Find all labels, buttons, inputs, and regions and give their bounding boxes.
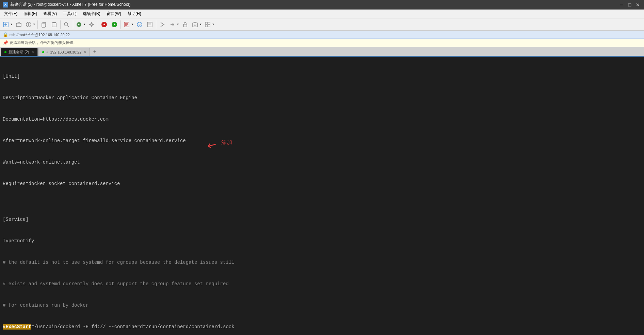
separator (37, 20, 38, 29)
dropdown-arrow[interactable]: ▼ (10, 23, 13, 26)
svg-rect-7 (42, 23, 45, 27)
separator (156, 20, 156, 29)
menu-file[interactable]: 文件(F) (1, 10, 20, 18)
tab-bar: 新建会话 (2) ✕ ● 192.168.140.30:22 ✕ + (0, 47, 644, 57)
tab-status-dot (4, 51, 6, 53)
connect-button[interactable]: ▼ (24, 20, 36, 29)
add-session-text: 要添加当前会话，点击左侧的箭头按钮。 (10, 40, 77, 45)
tab-new-session[interactable]: 新建会话 (2) ✕ (1, 48, 38, 56)
tab-number: ● (46, 50, 48, 54)
svg-rect-26 (205, 22, 207, 24)
tab-add-button[interactable]: + (91, 48, 99, 56)
menu-tabs[interactable]: 选项卡(B) (80, 10, 103, 18)
svg-line-11 (67, 26, 69, 27)
session-bar: 🔒 ssh://root:******@192.168.140.20:22 (0, 31, 644, 39)
terminal-line: # for containers run by docker (3, 302, 641, 309)
svg-point-25 (194, 24, 196, 26)
dropdown-arrow[interactable]: ▼ (83, 23, 86, 26)
svg-text:?: ? (139, 23, 141, 27)
layout-icon (204, 20, 212, 29)
dropdown-arrow[interactable]: ▼ (199, 23, 202, 26)
tab-label: 新建会话 (2) (9, 49, 29, 55)
lock-button[interactable] (180, 20, 190, 29)
svg-rect-3 (16, 23, 21, 27)
separator (60, 20, 61, 29)
new-session-button[interactable]: ▼ (1, 20, 13, 29)
green-button[interactable]: ● (110, 20, 119, 29)
window-title: 新建会话 (2) - root@docker:~/tls - Xshell 7 … (10, 2, 618, 7)
script-icon (123, 20, 131, 29)
menu-help[interactable]: 帮助(H) (125, 10, 144, 18)
window-controls: ─ □ ✕ (618, 1, 641, 8)
tab-label: 192.168.140.30:22 (50, 50, 82, 54)
terminal-line: # the default is not to use systemd for … (3, 259, 641, 266)
add-session-bar: 📌 要添加当前会话，点击左侧的箭头按钮。 (0, 39, 644, 47)
svg-rect-23 (183, 24, 187, 27)
transfer-button[interactable]: ▼ (168, 20, 180, 29)
maximize-button[interactable]: □ (626, 1, 633, 8)
terminal-line: #ExecStart=/usr/bin/dockerd -H fd:// --c… (3, 323, 641, 331)
session-icon: 🔒 (3, 32, 8, 37)
separator (120, 20, 121, 29)
terminal-line: [Service] (3, 216, 641, 223)
capture-button[interactable]: ▼ (191, 20, 203, 29)
tab-close-button[interactable]: ✕ (31, 50, 34, 54)
terminal-line: After=network-online.target firewalld.se… (3, 137, 641, 144)
terminal-line: Wants=network-online.target (3, 159, 641, 166)
new-session-icon (2, 20, 10, 29)
svg-rect-27 (208, 22, 210, 24)
svg-point-10 (64, 22, 68, 26)
menu-view[interactable]: 查看(V) (41, 10, 60, 18)
annotation-label: 添加 (221, 138, 232, 147)
svg-rect-28 (205, 25, 207, 27)
find-button[interactable] (62, 20, 71, 29)
svg-rect-9 (52, 23, 56, 27)
close-button[interactable]: ✕ (634, 1, 641, 8)
terminal-line: Type=notify (3, 238, 641, 245)
script-button[interactable]: ▼ (122, 20, 134, 29)
terminal-line: # exists and systemd currently does not … (3, 280, 641, 288)
terminal-content[interactable]: [Unit] Description=Docker Application Co… (0, 57, 644, 335)
transfer-icon (168, 20, 176, 29)
separator (98, 20, 98, 29)
paste-button[interactable] (49, 20, 59, 29)
menu-bar: 文件(F) 编辑(E) 查看(V) 工具(T) 选项卡(B) 窗口(W) 帮助(… (0, 10, 644, 18)
svg-point-12 (91, 24, 93, 26)
tab-session2[interactable]: ● 192.168.140.30:22 ✕ (38, 48, 90, 56)
app-icon: X (3, 2, 8, 7)
menu-window[interactable]: 窗口(W) (104, 10, 124, 18)
dropdown-arrow[interactable]: ▼ (33, 23, 36, 26)
dropdown-arrow[interactable]: ▼ (212, 23, 215, 26)
compose-button[interactable] (145, 20, 155, 29)
menu-edit[interactable]: 编辑(E) (21, 10, 40, 18)
terminal-line: Documentation=https://docs.docker.com (3, 116, 641, 123)
unit-header: [Unit] (3, 74, 20, 79)
toolbar: ▼ ▼ ● ▼ ● ● ▼ (0, 18, 644, 31)
terminal-line: Description=Docker Application Container… (3, 94, 641, 102)
forward-button[interactable] (158, 20, 167, 29)
tab-close-button[interactable]: ✕ (83, 50, 86, 54)
minimize-button[interactable]: ─ (618, 1, 625, 8)
red-button[interactable]: ● (99, 20, 109, 29)
title-bar: X 新建会话 (2) - root@docker:~/tls - Xshell … (0, 0, 644, 10)
menu-tools[interactable]: 工具(T) (60, 10, 79, 18)
quick-connect-button[interactable]: ● ▼ (75, 20, 86, 29)
help-button[interactable]: ? (135, 20, 144, 29)
open-button[interactable] (14, 20, 23, 29)
highlight-execstart: #ExecStart (3, 324, 31, 330)
layout-button[interactable]: ▼ (203, 20, 215, 29)
svg-rect-24 (193, 23, 197, 27)
tab-status-dot (42, 51, 44, 53)
add-session-icon: 📌 (3, 40, 8, 45)
connect-icon (25, 20, 33, 29)
dropdown-arrow[interactable]: ▼ (131, 23, 134, 26)
svg-rect-19 (147, 22, 152, 27)
svg-rect-29 (208, 25, 210, 27)
dropdown-arrow[interactable]: ▼ (176, 23, 179, 26)
quick-connect-icon: ● (75, 20, 83, 29)
session-text: ssh://root:******@192.168.140.20:22 (10, 33, 70, 37)
terminal-line: Requires=docker.socket containerd.servic… (3, 180, 641, 187)
separator (73, 20, 73, 29)
copy-button[interactable] (39, 20, 49, 29)
settings-button[interactable] (87, 20, 96, 29)
